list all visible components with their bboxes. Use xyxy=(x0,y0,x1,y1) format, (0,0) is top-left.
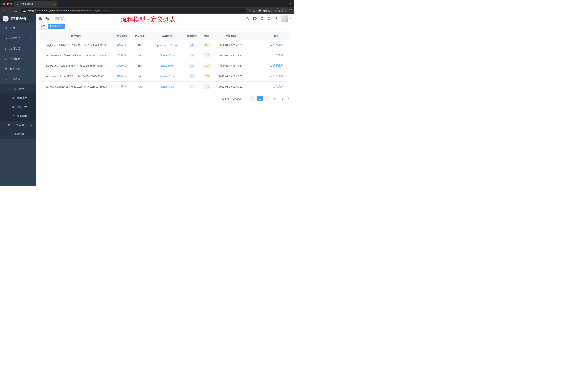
tag-close-icon[interactable]: × xyxy=(62,25,63,27)
user-icon xyxy=(270,44,272,46)
sidebar-item-label: 系统管理 xyxy=(10,37,20,40)
sidebar-item-user-group[interactable]: 用户分组 xyxy=(0,102,36,111)
sidebar-item-workflow[interactable]: 工作流程 xyxy=(0,74,36,84)
page-number-current[interactable]: 1 xyxy=(257,96,263,101)
filler-cell xyxy=(247,50,263,61)
fullscreen-icon[interactable] xyxy=(267,17,271,20)
caret-down-icon xyxy=(289,18,291,20)
sidebar-item-label: 流程管理 xyxy=(14,87,24,90)
chevron-up-icon xyxy=(31,78,33,80)
definition-id: oa_leave:2:3c1f0ef1-76b1-11ec-9c66-a2380… xyxy=(40,71,113,81)
sidebar-item-home[interactable]: 首页 xyxy=(0,23,36,33)
tag-label: 首页 xyxy=(41,25,45,28)
form-info-link[interactable]: /bpm/oa/flow xyxy=(160,75,174,78)
breadcrumb: 首页 / 流程定义 xyxy=(45,17,65,20)
github-icon[interactable] xyxy=(253,17,257,20)
tab-search-chevron-icon[interactable] xyxy=(289,2,292,4)
sidebar-item-label: 工作流程 xyxy=(10,77,20,81)
incognito-badge: 无痕模式 xyxy=(258,9,272,12)
sidebar-item-process-form[interactable]: 流程表单 xyxy=(0,93,36,102)
paper-plane-icon xyxy=(11,115,14,118)
header-definition-name: 定义名称 xyxy=(113,32,131,40)
font-size-icon[interactable]: TT xyxy=(274,17,277,20)
definition-id: oa_leave:3:1fad3d93-7b75-11ec-a3c8-acde4… xyxy=(40,61,113,71)
minimize-window-button[interactable] xyxy=(7,2,9,5)
bookmark-star-icon[interactable] xyxy=(252,9,256,12)
security-label: 不安全 xyxy=(27,9,34,12)
password-key-icon[interactable] xyxy=(249,9,252,12)
address-bar[interactable]: 不安全 dashboard.yudao.iocoder.cn/bpm/manag… xyxy=(21,8,247,13)
form-info-link[interactable]: /bpm/oa/flow xyxy=(160,65,174,67)
maximize-window-button[interactable] xyxy=(10,2,12,5)
breadcrumb-home[interactable]: 首页 xyxy=(45,17,51,20)
form-info-link[interactable]: /bpm/oa/flow xyxy=(160,54,174,57)
tag-label: 流程定义 xyxy=(52,25,61,28)
avatar[interactable] xyxy=(281,15,288,22)
browser-tab[interactable]: 芋道管理系统 × xyxy=(14,1,57,7)
sidebar-item-leave-query[interactable]: 请假查询 xyxy=(0,130,36,139)
definition-name-link[interactable]: OA 请假 xyxy=(117,44,126,46)
person-icon xyxy=(8,133,11,136)
logo-avatar xyxy=(2,16,9,22)
hamburger-icon[interactable] xyxy=(39,17,42,20)
new-tab-button[interactable]: + xyxy=(59,2,64,7)
header-deploy-time: 部署时间 xyxy=(214,32,248,40)
sidebar-item-system[interactable]: 系统管理 xyxy=(0,33,36,44)
assign-rule-button[interactable]: 分配规则 xyxy=(270,64,283,67)
sidebar-item-process-model[interactable]: 流程模型 xyxy=(0,111,36,121)
browser-menu-button[interactable] xyxy=(287,8,292,13)
pagination-total: 共 5 条 xyxy=(222,97,229,100)
reload-button[interactable] xyxy=(13,8,19,13)
url-path: /bpm/manager/definition?key=oa_leave xyxy=(67,9,108,12)
assign-rule-button[interactable]: 分配规则 xyxy=(270,43,283,47)
definition-name-link[interactable]: OA 请假 xyxy=(117,54,126,57)
sidebar-item-label: 基础设施 xyxy=(10,57,20,60)
definition-category: OA xyxy=(130,50,149,61)
sidebar-item-label: 流程模型 xyxy=(17,114,27,118)
tab-close-icon[interactable]: × xyxy=(54,3,55,6)
page-unit-label: 页 xyxy=(287,97,290,100)
forward-button[interactable] xyxy=(8,8,13,13)
definition-id: oa_leave:1:482ec033-762a-11ec-8477-a2380… xyxy=(40,81,113,92)
deploy-time: 2022-01-16 17:46:53 xyxy=(214,71,248,81)
sidebar-item-payment[interactable]: ¥ 支付管理 xyxy=(0,44,36,54)
tag-process-definition[interactable]: 流程定义 × xyxy=(48,24,65,29)
search-icon[interactable] xyxy=(246,17,249,20)
help-icon[interactable] xyxy=(260,17,264,20)
next-page-button[interactable]: › xyxy=(264,96,270,101)
definition-name-link[interactable]: OA 请假 xyxy=(117,64,126,67)
user-icon xyxy=(270,65,272,67)
sidebar-item-infrastructure[interactable]: 基础设施 xyxy=(0,54,36,64)
goto-page-input[interactable] xyxy=(279,96,286,101)
list-icon xyxy=(8,88,11,90)
sidebar: 芋道管理系统 首页 系统管理 ¥ 支付管理 基础设施 xyxy=(0,14,36,186)
pagination: 共 5 条 10条/页 ‹ 1 › 前往 页 xyxy=(40,96,290,101)
definition-name-link[interactable]: OA 请假 xyxy=(117,85,126,88)
user-menu[interactable] xyxy=(281,15,291,22)
browser-update-button[interactable]: 更新 xyxy=(275,8,286,13)
sidebar-item-dev-tools[interactable]: 研发工具 xyxy=(0,64,36,74)
definition-table: 定义编号 定义名称 定义分类 表单信息 流程版本 状态 部署时间 操作 oa_l… xyxy=(40,32,290,92)
sidebar-item-task-management[interactable]: 任务管理 xyxy=(0,121,36,130)
header-form-info: 表单信息 xyxy=(149,32,185,40)
form-info-link[interactable]: /bpm/oa/flow xyxy=(160,85,174,88)
version-tag: v4 xyxy=(189,54,195,57)
assign-rule-button[interactable]: 分配规则 xyxy=(270,85,283,88)
definition-name-link[interactable]: OA 请假 xyxy=(117,75,126,77)
app-title: 芋道管理系统 xyxy=(10,17,26,20)
sidebar-item-process-management[interactable]: 流程管理 xyxy=(0,84,36,93)
back-button[interactable] xyxy=(2,8,7,13)
header-actions: 操作 xyxy=(263,32,290,40)
version-tag: v1 xyxy=(189,85,195,88)
tag-home[interactable]: 首页 xyxy=(39,24,47,29)
close-window-button[interactable] xyxy=(3,2,5,5)
goto-label: 前往 xyxy=(273,97,278,100)
assign-rule-button[interactable]: 分配规则 xyxy=(270,75,283,78)
table-row: oa_leave:2:3c1f0ef1-76b1-11ec-9c66-a2380… xyxy=(40,71,290,81)
definition-category: OA xyxy=(130,71,149,81)
page-size-select[interactable]: 10条/页 xyxy=(231,96,248,101)
form-info-link[interactable]: /bpm/oa/leave/create xyxy=(155,44,179,47)
site-security-chip[interactable]: 不安全 xyxy=(23,9,34,12)
assign-rule-button[interactable]: 分配规则 xyxy=(270,54,283,57)
prev-page-button[interactable]: ‹ xyxy=(250,96,255,101)
